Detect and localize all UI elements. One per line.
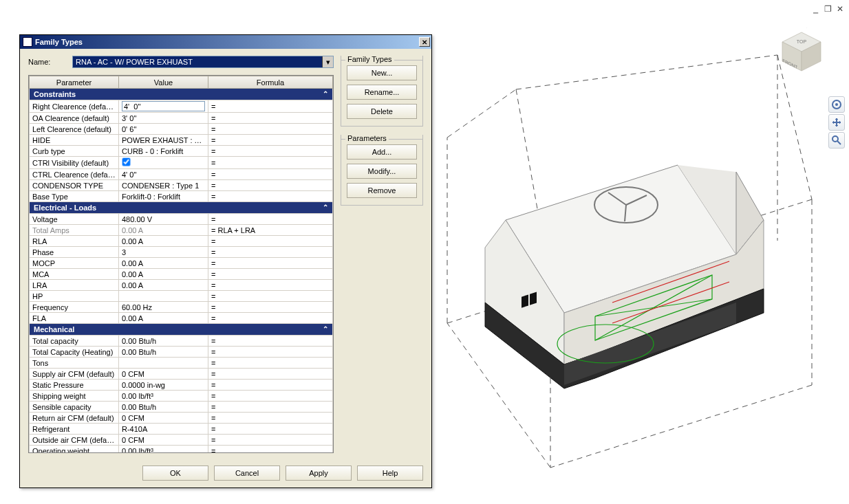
parameter-row[interactable]: Outside air CFM (default)0 CFM= <box>30 435 333 446</box>
column-value[interactable]: Value <box>119 76 208 89</box>
parameter-value-cell[interactable]: CURB - 0 : Forklift <box>119 146 208 157</box>
parameter-row[interactable]: Voltage480.00 V= <box>30 214 333 225</box>
parameter-formula-cell[interactable]: = <box>208 124 333 135</box>
parameter-formula-cell[interactable]: = <box>208 446 333 454</box>
collapse-icon[interactable]: ⌃ <box>323 325 328 333</box>
parameter-row[interactable]: Total Capacity (Heating)0.00 Btu/h= <box>30 347 333 358</box>
close-icon[interactable]: ✕ <box>835 4 845 14</box>
parameter-row[interactable]: Operating weight0.00 lb/ft³= <box>30 446 333 454</box>
parameter-row[interactable]: MOCP0.00 A= <box>30 258 333 269</box>
zoom-icon[interactable] <box>828 132 845 149</box>
parameter-formula-cell[interactable]: = <box>208 424 333 435</box>
parameter-row[interactable]: Total Amps0.00 A= RLA + LRA <box>30 225 333 236</box>
parameter-value-cell[interactable]: 0.00 A <box>119 236 208 247</box>
parameter-formula-cell[interactable]: = <box>208 236 333 247</box>
parameter-row[interactable]: HIDEPOWER EXHAUST : Typ= <box>30 135 333 146</box>
parameter-value-cell[interactable]: 0 CFM <box>119 413 208 424</box>
parameter-formula-cell[interactable]: = <box>208 100 333 113</box>
parameter-value-cell[interactable]: R-410A <box>119 424 208 435</box>
parameter-value-cell[interactable]: 0.00 lb/ft³ <box>119 446 208 454</box>
ok-button[interactable]: OK <box>142 465 208 481</box>
parameter-formula-cell[interactable]: = <box>208 291 333 302</box>
parameter-value-cell[interactable] <box>119 358 208 369</box>
chevron-down-icon[interactable]: ▾ <box>322 56 333 67</box>
column-parameter[interactable]: Parameter <box>30 76 119 89</box>
parameter-value-cell[interactable]: 0.0000 in-wg <box>119 380 208 391</box>
add-parameter-button[interactable]: Add... <box>347 144 417 160</box>
parameter-formula-cell[interactable]: = <box>208 258 333 269</box>
parameter-row[interactable]: FLA0.00 A= <box>30 313 333 324</box>
parameter-table[interactable]: Parameter Value Formula Constraints⌃Righ… <box>28 75 334 453</box>
parameter-row[interactable]: Return air CFM (default)0 CFM= <box>30 413 333 424</box>
dialog-titlebar[interactable]: Family Types ✕ <box>20 35 431 49</box>
section-header[interactable]: Mechanical⌃ <box>30 324 333 336</box>
parameter-value-cell[interactable]: 0.00 A <box>119 269 208 280</box>
parameter-formula-cell[interactable]: = <box>208 302 333 313</box>
parameter-row[interactable]: Supply air CFM (default)0 CFM= <box>30 369 333 380</box>
parameter-row[interactable]: CONDENSOR TYPECONDENSER : Type 1= <box>30 180 333 191</box>
parameter-formula-cell[interactable]: = <box>208 336 333 347</box>
parameter-row[interactable]: LRA0.00 A= <box>30 280 333 291</box>
parameter-value-cell[interactable]: 0.00 Btu/h <box>119 336 208 347</box>
parameter-formula-cell[interactable]: = <box>208 413 333 424</box>
parameter-formula-cell[interactable]: = <box>208 169 333 180</box>
parameter-formula-cell[interactable]: = <box>208 180 333 191</box>
parameter-formula-cell[interactable]: = <box>208 391 333 402</box>
parameter-value-cell[interactable]: 480.00 V <box>119 214 208 225</box>
parameter-row[interactable]: Shipping weight0.00 lb/ft³= <box>30 391 333 402</box>
parameter-value-cell[interactable]: 0.00 A <box>119 280 208 291</box>
section-header[interactable]: Constraints⌃ <box>30 89 333 100</box>
remove-parameter-button[interactable]: Remove <box>347 183 417 198</box>
column-formula[interactable]: Formula <box>208 76 333 89</box>
parameter-formula-cell[interactable]: = <box>208 191 333 202</box>
parameter-formula-cell[interactable]: = <box>208 435 333 446</box>
parameter-row[interactable]: RefrigerantR-410A= <box>30 424 333 435</box>
parameter-value-cell[interactable]: 4' 0" <box>119 169 208 180</box>
parameter-value-cell[interactable]: 0.00 Btu/h <box>119 347 208 358</box>
parameter-row[interactable]: Right Clearence (default)= <box>30 100 333 113</box>
parameter-value-cell[interactable] <box>119 100 208 113</box>
parameter-formula-cell[interactable]: = <box>208 247 333 258</box>
parameter-value-cell[interactable] <box>119 157 208 169</box>
parameter-formula-cell[interactable]: = <box>208 402 333 413</box>
help-button[interactable]: Help <box>357 465 423 481</box>
parameter-formula-cell[interactable]: = <box>208 146 333 157</box>
parameter-value-cell[interactable]: 60.00 Hz <box>119 302 208 313</box>
parameter-row[interactable]: Sensible capacity0.00 Btu/h= <box>30 402 333 413</box>
parameter-value-cell[interactable]: 0 CFM <box>119 435 208 446</box>
parameter-value-cell[interactable]: 0' 6" <box>119 124 208 135</box>
parameter-value-cell[interactable]: CONDENSER : Type 1 <box>119 180 208 191</box>
restore-icon[interactable]: ❐ <box>823 4 832 14</box>
section-header[interactable]: Electrical - Loads⌃ <box>30 202 333 214</box>
parameter-row[interactable]: Curb typeCURB - 0 : Forklift= <box>30 146 333 157</box>
parameter-value-cell[interactable]: POWER EXHAUST : Typ <box>119 135 208 146</box>
collapse-icon[interactable]: ⌃ <box>323 90 328 98</box>
parameter-value-cell[interactable]: 3 <box>119 247 208 258</box>
delete-type-button[interactable]: Delete <box>347 104 417 119</box>
steering-wheel-icon[interactable] <box>828 96 845 113</box>
model-viewport[interactable] <box>440 28 826 481</box>
parameter-row[interactable]: CTRl Visibility (default)= <box>30 157 333 169</box>
dialog-close-button[interactable]: ✕ <box>419 37 430 47</box>
parameter-formula-cell[interactable]: = RLA + LRA <box>208 225 333 236</box>
parameter-row[interactable]: Static Pressure0.0000 in-wg= <box>30 380 333 391</box>
parameter-row[interactable]: HP= <box>30 291 333 302</box>
apply-button[interactable]: Apply <box>286 465 352 481</box>
rename-type-button[interactable]: Rename... <box>347 85 417 100</box>
modify-parameter-button[interactable]: Modify... <box>347 164 417 179</box>
parameter-row[interactable]: OA Clearence (default)3' 0"= <box>30 113 333 124</box>
parameter-formula-cell[interactable]: = <box>208 214 333 225</box>
parameter-row[interactable]: CTRL Clearence (default)4' 0"= <box>30 169 333 180</box>
parameter-value-cell[interactable]: 0.00 lb/ft³ <box>119 391 208 402</box>
parameter-formula-cell[interactable]: = <box>208 135 333 146</box>
pan-icon[interactable] <box>828 114 845 131</box>
parameter-value-cell[interactable]: 3' 0" <box>119 113 208 124</box>
parameter-value-cell[interactable]: 0.00 A <box>119 225 208 236</box>
parameter-formula-cell[interactable]: = <box>208 347 333 358</box>
parameter-row[interactable]: Left Clearence (default)0' 6"= <box>30 124 333 135</box>
parameter-value-cell[interactable]: 0.00 A <box>119 258 208 269</box>
parameter-row[interactable]: Frequency60.00 Hz= <box>30 302 333 313</box>
parameter-value-cell[interactable] <box>119 291 208 302</box>
minimize-icon[interactable]: ⎯ <box>810 4 820 14</box>
parameter-row[interactable]: RLA0.00 A= <box>30 236 333 247</box>
